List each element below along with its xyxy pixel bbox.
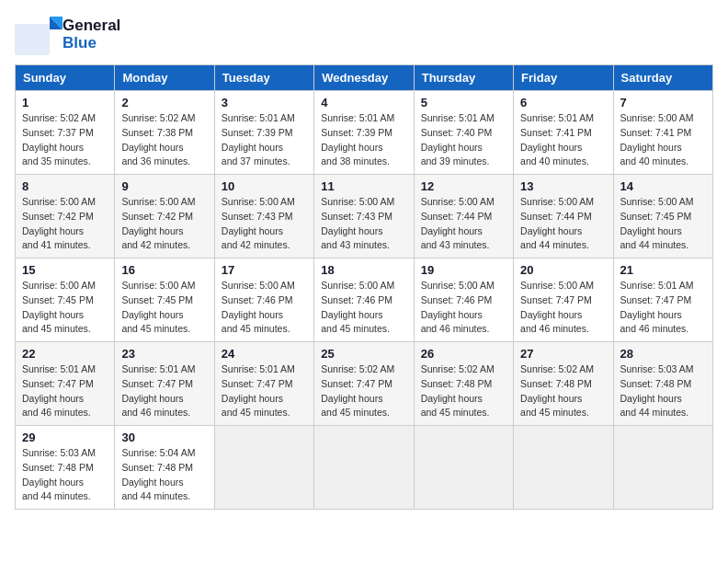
sunset-label: Sunset: 7:39 PM — [222, 127, 293, 138]
day-number: 1 — [22, 96, 108, 109]
daylight-value: and 45 minutes. — [421, 407, 490, 418]
daylight-value: and 45 minutes. — [222, 323, 290, 334]
daylight-label: Daylight hours — [22, 142, 84, 153]
calendar-cell: 16 Sunrise: 5:00 AM Sunset: 7:45 PM Dayl… — [115, 259, 214, 342]
cell-info: Sunrise: 5:00 AM Sunset: 7:43 PM Dayligh… — [321, 195, 406, 253]
daylight-value: and 42 minutes. — [222, 239, 290, 250]
day-number: 29 — [22, 431, 108, 444]
sunrise-label: Sunrise: 5:00 AM — [22, 196, 96, 207]
cell-info: Sunrise: 5:00 AM Sunset: 7:41 PM Dayligh… — [620, 111, 706, 169]
cell-info: Sunrise: 5:00 AM Sunset: 7:42 PM Dayligh… — [22, 195, 108, 253]
daylight-label: Daylight hours — [222, 225, 283, 236]
calendar-cell: 22 Sunrise: 5:01 AM Sunset: 7:47 PM Dayl… — [16, 342, 115, 426]
calendar-cell: 10 Sunrise: 5:00 AM Sunset: 7:43 PM Dayl… — [214, 175, 313, 259]
daylight-value: and 42 minutes. — [121, 239, 190, 250]
calendar-cell: 6 Sunrise: 5:01 AM Sunset: 7:41 PM Dayli… — [514, 91, 613, 175]
sunrise-label: Sunrise: 5:01 AM — [321, 112, 394, 123]
cell-info: Sunrise: 5:03 AM Sunset: 7:48 PM Dayligh… — [22, 446, 108, 504]
calendar-cell: 1 Sunrise: 5:02 AM Sunset: 7:37 PM Dayli… — [16, 91, 115, 175]
day-number: 27 — [520, 347, 606, 361]
weekday-wednesday: Wednesday — [314, 65, 414, 91]
sunset-label: Sunset: 7:41 PM — [620, 127, 692, 138]
daylight-label: Daylight hours — [121, 309, 183, 320]
day-number: 22 — [22, 347, 108, 361]
daylight-label: Daylight hours — [321, 309, 382, 320]
sunrise-label: Sunrise: 5:01 AM — [121, 363, 195, 374]
sunrise-label: Sunrise: 5:01 AM — [520, 112, 594, 123]
sunset-label: Sunset: 7:48 PM — [121, 462, 193, 473]
sunset-label: Sunset: 7:47 PM — [121, 378, 193, 389]
cell-info: Sunrise: 5:00 AM Sunset: 7:43 PM Dayligh… — [222, 195, 307, 253]
day-number: 2 — [121, 96, 207, 109]
sunrise-label: Sunrise: 5:02 AM — [321, 363, 394, 374]
calendar-cell: 18 Sunrise: 5:00 AM Sunset: 7:46 PM Dayl… — [314, 259, 414, 342]
daylight-label: Daylight hours — [421, 309, 483, 320]
day-number: 25 — [321, 347, 406, 361]
sunset-label: Sunset: 7:45 PM — [121, 294, 193, 305]
sunrise-label: Sunrise: 5:04 AM — [121, 447, 195, 458]
daylight-label: Daylight hours — [520, 142, 582, 153]
sunset-label: Sunset: 7:48 PM — [421, 378, 493, 389]
daylight-value: and 46 minutes. — [620, 323, 689, 334]
sunrise-label: Sunrise: 5:02 AM — [22, 112, 96, 123]
sunset-label: Sunset: 7:46 PM — [222, 294, 293, 305]
logo-text: General Blue — [63, 17, 120, 52]
day-number: 14 — [620, 179, 706, 193]
sunrise-label: Sunrise: 5:01 AM — [620, 280, 694, 291]
cell-info: Sunrise: 5:00 AM Sunset: 7:46 PM Dayligh… — [222, 279, 307, 337]
sunset-label: Sunset: 7:47 PM — [222, 378, 293, 389]
calendar-cell: 29 Sunrise: 5:03 AM Sunset: 7:48 PM Dayl… — [16, 426, 115, 510]
day-number: 26 — [421, 347, 506, 361]
calendar-cell: 13 Sunrise: 5:00 AM Sunset: 7:44 PM Dayl… — [514, 175, 613, 259]
daylight-label: Daylight hours — [22, 225, 84, 236]
sunrise-label: Sunrise: 5:01 AM — [222, 112, 295, 123]
cell-info: Sunrise: 5:01 AM Sunset: 7:41 PM Dayligh… — [520, 111, 606, 169]
weekday-thursday: Thursday — [414, 65, 513, 91]
daylight-label: Daylight hours — [620, 142, 682, 153]
cell-info: Sunrise: 5:00 AM Sunset: 7:45 PM Dayligh… — [22, 279, 108, 337]
week-row-3: 15 Sunrise: 5:00 AM Sunset: 7:45 PM Dayl… — [16, 259, 713, 342]
day-number: 23 — [121, 347, 207, 361]
week-row-1: 1 Sunrise: 5:02 AM Sunset: 7:37 PM Dayli… — [16, 91, 713, 175]
sunrise-label: Sunrise: 5:00 AM — [620, 196, 694, 207]
weekday-sunday: Sunday — [16, 65, 115, 91]
daylight-label: Daylight hours — [121, 142, 183, 153]
day-number: 9 — [121, 179, 207, 193]
calendar-cell: 5 Sunrise: 5:01 AM Sunset: 7:40 PM Dayli… — [414, 91, 513, 175]
daylight-value: and 45 minutes. — [321, 323, 390, 334]
week-row-4: 22 Sunrise: 5:01 AM Sunset: 7:47 PM Dayl… — [16, 342, 713, 426]
daylight-value: and 38 minutes. — [321, 155, 390, 167]
calendar-cell: 20 Sunrise: 5:00 AM Sunset: 7:47 PM Dayl… — [514, 259, 613, 342]
daylight-label: Daylight hours — [321, 393, 382, 404]
sunset-label: Sunset: 7:43 PM — [222, 211, 293, 222]
weekday-header-row: SundayMondayTuesdayWednesdayThursdayFrid… — [16, 65, 713, 91]
cell-info: Sunrise: 5:01 AM Sunset: 7:39 PM Dayligh… — [321, 111, 406, 169]
cell-info: Sunrise: 5:03 AM Sunset: 7:48 PM Dayligh… — [620, 362, 706, 420]
day-number: 21 — [620, 263, 706, 277]
sunrise-label: Sunrise: 5:00 AM — [222, 280, 295, 291]
calendar-cell: 30 Sunrise: 5:04 AM Sunset: 7:48 PM Dayl… — [115, 426, 214, 510]
cell-info: Sunrise: 5:00 AM Sunset: 7:44 PM Dayligh… — [421, 195, 506, 253]
daylight-label: Daylight hours — [121, 393, 183, 404]
day-number: 10 — [222, 179, 307, 193]
sunrise-label: Sunrise: 5:00 AM — [222, 196, 295, 207]
day-number: 16 — [121, 263, 207, 277]
sunrise-label: Sunrise: 5:02 AM — [421, 363, 495, 374]
cell-info: Sunrise: 5:00 AM Sunset: 7:47 PM Dayligh… — [520, 279, 606, 337]
cell-info: Sunrise: 5:02 AM Sunset: 7:47 PM Dayligh… — [321, 362, 406, 420]
calendar-cell: 2 Sunrise: 5:02 AM Sunset: 7:38 PM Dayli… — [115, 91, 214, 175]
sunset-label: Sunset: 7:47 PM — [520, 294, 592, 305]
calendar-cell: 7 Sunrise: 5:00 AM Sunset: 7:41 PM Dayli… — [613, 91, 712, 175]
calendar-cell: 12 Sunrise: 5:00 AM Sunset: 7:44 PM Dayl… — [414, 175, 513, 259]
sunrise-label: Sunrise: 5:00 AM — [121, 280, 195, 291]
sunset-label: Sunset: 7:42 PM — [22, 211, 94, 222]
daylight-value: and 46 minutes. — [520, 323, 589, 334]
daylight-value: and 44 minutes. — [620, 239, 689, 250]
day-number: 5 — [421, 96, 506, 109]
weekday-tuesday: Tuesday — [214, 65, 313, 91]
cell-info: Sunrise: 5:00 AM Sunset: 7:42 PM Dayligh… — [121, 195, 207, 253]
daylight-label: Daylight hours — [421, 225, 483, 236]
sunrise-label: Sunrise: 5:02 AM — [520, 363, 594, 374]
daylight-value: and 44 minutes. — [620, 407, 689, 418]
sunrise-label: Sunrise: 5:00 AM — [520, 280, 594, 291]
